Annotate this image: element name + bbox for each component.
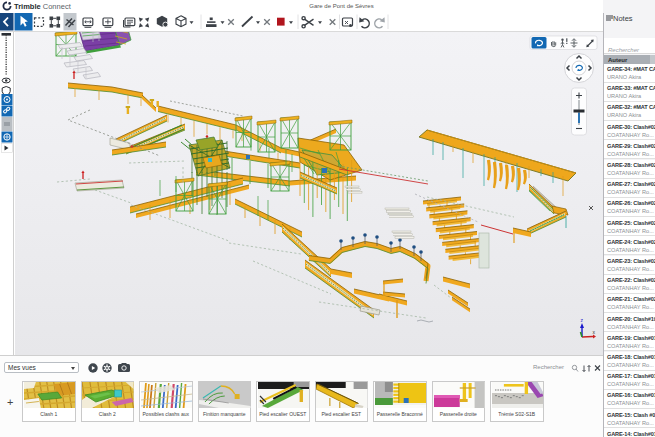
svg-text:x: x [593, 329, 596, 335]
svg-text:z: z [581, 317, 584, 323]
